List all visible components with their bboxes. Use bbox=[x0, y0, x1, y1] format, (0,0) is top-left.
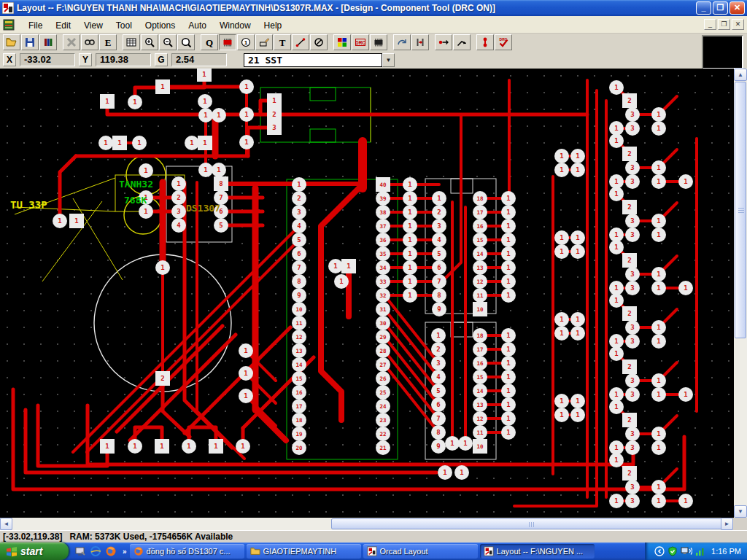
pad[interactable]: 12 bbox=[473, 274, 487, 289]
pad[interactable]: 3 bbox=[625, 387, 640, 402]
pad[interactable]: 1 bbox=[155, 260, 170, 275]
spreadsheet-button[interactable] bbox=[123, 34, 140, 50]
drc-check-button[interactable]: DRC bbox=[495, 34, 512, 50]
pad[interactable]: 1 bbox=[292, 177, 306, 192]
pad[interactable]: 1 bbox=[570, 149, 585, 163]
edit-properties-button[interactable]: E bbox=[99, 34, 117, 50]
pad[interactable]: 8 bbox=[432, 288, 446, 303]
pad[interactable]: 9 bbox=[432, 302, 446, 316]
pad[interactable]: 2 bbox=[622, 359, 637, 374]
pad[interactable]: 1 bbox=[609, 400, 624, 414]
pad[interactable]: 3 bbox=[267, 120, 282, 135]
pad[interactable]: 1 bbox=[609, 240, 624, 254]
pad[interactable]: 4 bbox=[431, 370, 446, 384]
child-minimize-button[interactable]: _ bbox=[704, 19, 716, 30]
menu-item-tool[interactable]: Tool bbox=[109, 18, 139, 33]
pad[interactable]: 14 bbox=[292, 357, 306, 372]
via-tool-button[interactable] bbox=[476, 34, 494, 50]
pad[interactable]: 1 bbox=[501, 288, 516, 303]
shove-track-mode-button[interactable] bbox=[411, 34, 429, 50]
pad[interactable]: 1 bbox=[570, 230, 585, 245]
pad[interactable]: 1 bbox=[501, 219, 516, 233]
pad[interactable]: 1 bbox=[197, 69, 212, 82]
pad[interactable]: 13 bbox=[292, 343, 306, 358]
pad[interactable]: 2 bbox=[622, 253, 637, 268]
pad[interactable]: 1 bbox=[239, 343, 253, 358]
pad[interactable]: 40 bbox=[376, 177, 390, 192]
pad[interactable]: 1 bbox=[239, 135, 254, 149]
pad[interactable]: 1 bbox=[570, 394, 585, 408]
pad[interactable]: 1 bbox=[98, 136, 113, 150]
pad[interactable]: 3 bbox=[625, 160, 640, 175]
pad[interactable]: 8 bbox=[431, 425, 446, 440]
pad[interactable]: 1 bbox=[403, 205, 417, 219]
pad[interactable]: 5 bbox=[431, 384, 446, 398]
pad[interactable]: 1 bbox=[112, 136, 127, 150]
pad[interactable]: 3 bbox=[625, 440, 640, 455]
pad[interactable]: 21 bbox=[376, 440, 390, 455]
network-signal-icon[interactable] bbox=[695, 546, 705, 556]
horizontal-scrollbar[interactable]: ◄ ► bbox=[0, 518, 747, 530]
pad[interactable]: 1 bbox=[651, 427, 666, 441]
pad[interactable]: 1 bbox=[554, 244, 569, 259]
menu-item-file[interactable]: File bbox=[22, 18, 49, 33]
pad[interactable]: 1 bbox=[267, 93, 282, 108]
pad[interactable]: 24 bbox=[376, 399, 390, 413]
pad[interactable]: 2 bbox=[171, 190, 186, 205]
pad[interactable]: 23 bbox=[376, 413, 390, 427]
pad[interactable]: 1 bbox=[454, 465, 469, 480]
reconnect-mode-button[interactable] bbox=[370, 34, 387, 50]
scroll-right-button[interactable]: ► bbox=[721, 518, 733, 530]
pad[interactable]: 30 bbox=[376, 316, 390, 330]
pad[interactable]: 15 bbox=[473, 233, 487, 247]
pad[interactable]: 1 bbox=[403, 233, 417, 247]
pad[interactable]: 3 bbox=[625, 373, 640, 388]
pad[interactable]: 1 bbox=[334, 274, 349, 289]
scroll-down-button[interactable]: ▼ bbox=[734, 505, 747, 518]
color-settings-button[interactable] bbox=[333, 34, 351, 50]
pad[interactable]: 36 bbox=[376, 233, 390, 247]
pad[interactable]: 3 bbox=[625, 494, 640, 508]
pad[interactable]: 1 bbox=[651, 494, 666, 508]
library-manager-button[interactable] bbox=[39, 34, 57, 50]
display-audio-icon[interactable] bbox=[681, 546, 692, 556]
pad[interactable]: 1 bbox=[678, 174, 693, 189]
connection-tool-button[interactable] bbox=[292, 34, 309, 50]
pad[interactable]: 9 bbox=[292, 288, 306, 303]
pad[interactable]: 2 bbox=[431, 342, 446, 357]
pad[interactable]: 1 bbox=[501, 342, 516, 357]
find-item-button[interactable] bbox=[81, 34, 98, 50]
pad[interactable]: 19 bbox=[292, 427, 306, 441]
pad[interactable]: 10 bbox=[473, 302, 487, 316]
pad[interactable]: 1 bbox=[651, 160, 666, 175]
pad[interactable]: 17 bbox=[473, 205, 487, 219]
pad[interactable]: 1 bbox=[554, 163, 569, 177]
pad[interactable]: 1 bbox=[554, 312, 569, 327]
pad[interactable]: 3 bbox=[292, 205, 306, 219]
pad[interactable]: 3 bbox=[431, 356, 446, 370]
pad[interactable]: 16 bbox=[473, 219, 487, 233]
pad[interactable]: 1 bbox=[139, 204, 153, 219]
pad[interactable]: 3 bbox=[625, 281, 640, 295]
pad[interactable]: 1 bbox=[651, 440, 666, 455]
pad[interactable]: 1 bbox=[651, 387, 666, 402]
pad[interactable]: 17 bbox=[292, 399, 306, 413]
pad[interactable]: 25 bbox=[376, 385, 390, 400]
horizontal-scroll-thumb[interactable] bbox=[331, 518, 732, 529]
security-shield-icon[interactable] bbox=[667, 546, 678, 556]
chevron-down-icon[interactable]: ▼ bbox=[382, 53, 395, 67]
pad[interactable]: 1 bbox=[236, 439, 250, 454]
menu-item-edit[interactable]: Edit bbox=[49, 18, 77, 33]
maximize-button[interactable]: ❐ bbox=[713, 1, 728, 15]
child-restore-button[interactable]: ❐ bbox=[718, 19, 730, 30]
pad[interactable]: 10 bbox=[292, 302, 306, 316]
pad[interactable]: 2 bbox=[622, 147, 637, 161]
pad[interactable]: 2 bbox=[155, 371, 170, 386]
pad[interactable]: 1 bbox=[570, 408, 585, 422]
pad[interactable]: 3 bbox=[625, 427, 640, 441]
horizontal-scroll-track[interactable] bbox=[12, 518, 721, 530]
pad[interactable]: 1 bbox=[171, 176, 186, 191]
pad[interactable]: 1 bbox=[69, 214, 84, 228]
vertical-scrollbar[interactable]: ▲ ▼ bbox=[734, 69, 747, 518]
pad[interactable]: 33 bbox=[376, 274, 390, 289]
